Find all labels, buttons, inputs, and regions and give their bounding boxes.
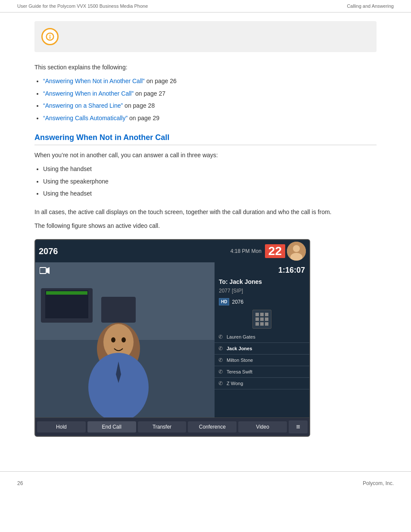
keypad-dot [265, 322, 268, 326]
transfer-button[interactable]: Transfer [138, 421, 187, 432]
status-bar-right: 4:18 PM Mon 22 [230, 242, 306, 261]
video-panel [35, 262, 215, 417]
link-2[interactable]: “Answering When in Another Call” [43, 90, 134, 97]
svg-point-16 [111, 337, 115, 342]
note-box [34, 21, 377, 52]
end-call-button[interactable]: End Call [87, 421, 136, 432]
day-label: Mon [252, 248, 262, 254]
directory-item[interactable]: ✆Jack Jones [215, 343, 309, 355]
video-scene [35, 262, 215, 417]
phone-icon: ✆ [217, 357, 224, 363]
call-number: 2077 [SIP] [215, 287, 309, 296]
hd-area: HD 2076 [215, 296, 309, 307]
list-item: Using the handset [43, 164, 377, 174]
list-item-link-2: “Answering When in Another Call” on page… [43, 89, 377, 98]
header-right: Calling and Answering [347, 3, 394, 9]
keypad-dot [260, 322, 264, 326]
page-number: 26 [17, 480, 23, 486]
video-background [35, 262, 215, 417]
phone-icon: ✆ [217, 345, 224, 352]
call-area: 1:16:07 To: Jack Jones 2077 [SIP] HD 207… [35, 262, 309, 417]
header-left: User Guide for the Polycom VVX 1500 Busi… [17, 3, 148, 9]
directory-name: Lauren Gates [227, 334, 255, 339]
keypad-dot [260, 317, 264, 321]
directory-list: ✆Lauren Gates✆Jack Jones✆Milton Stone✆Te… [215, 331, 309, 417]
date-number: 22 [265, 244, 285, 258]
call-timer: 1:16:07 [215, 262, 309, 277]
status-bar: 2076 4:18 PM Mon 22 [35, 240, 309, 262]
svg-rect-18 [40, 268, 46, 274]
directory-item[interactable]: ✆Milton Stone [215, 355, 309, 366]
phone-figure: 2076 4:18 PM Mon 22 [34, 239, 310, 437]
answer-methods-list: Using the handset Using the speakerphone… [43, 164, 377, 198]
video-button[interactable]: Video [238, 421, 287, 432]
hd-icon: HD [219, 298, 229, 305]
section-para3: The following figure shows an active vid… [34, 221, 377, 230]
call-to: To: Jack Jones [215, 277, 309, 287]
video-camera-icon [40, 267, 50, 277]
keypad-dot [260, 313, 264, 316]
info-icon [46, 32, 54, 41]
phone-icon: ✆ [217, 369, 224, 375]
keypad-dot [255, 313, 259, 316]
directory-name: Jack Jones [227, 346, 252, 351]
directory-name: Milton Stone [227, 358, 253, 363]
svg-point-4 [293, 245, 300, 252]
link-3[interactable]: “Answering on a Shared Line” [43, 102, 123, 109]
directory-name: Z Wong [227, 381, 243, 386]
link-1[interactable]: “Answering When Not in Another Call” [43, 78, 145, 84]
avatar-small [287, 242, 306, 261]
info-panel: 1:16:07 To: Jack Jones 2077 [SIP] HD 207… [215, 262, 309, 417]
camera-icon [40, 267, 50, 274]
conference-button[interactable]: Conference [188, 421, 237, 432]
keypad-dot [265, 313, 268, 316]
note-icon [41, 28, 59, 45]
keypad-dot [265, 317, 268, 321]
main-ext: 2076 [39, 246, 58, 256]
status-time: 4:18 PM [230, 248, 250, 254]
list-item-link-1: “Answering When Not in Another Call” on … [43, 76, 377, 86]
hold-button[interactable]: Hold [37, 421, 86, 432]
phone-icon: ✆ [217, 334, 224, 340]
section-para1: When you’re not in another call, you can… [34, 150, 377, 160]
keypad-area [215, 307, 309, 331]
list-item: Using the headset [43, 189, 377, 198]
svg-rect-11 [46, 291, 87, 295]
svg-marker-19 [46, 267, 50, 274]
keypad-dot [255, 322, 259, 326]
svg-rect-10 [101, 297, 136, 323]
list-item: Using the speakerphone [43, 177, 377, 186]
intro-text: This section explains the following: [34, 62, 377, 72]
page-header: User Guide for the Polycom VVX 1500 Busi… [0, 0, 411, 12]
intro-links-list: “Answering When Not in Another Call” on … [43, 76, 377, 123]
list-item-link-4: “Answering Calls Automatically” on page … [43, 113, 377, 123]
ext-label: 2076 [232, 299, 243, 305]
note-text-area [64, 28, 370, 41]
section-para2: In all cases, the active call displays o… [34, 207, 377, 217]
main-content: This section explains the following: “An… [0, 12, 411, 454]
status-bar-left: 2076 [39, 246, 58, 256]
directory-item[interactable]: ✆Z Wong [215, 378, 309, 389]
directory-item[interactable]: ✆Lauren Gates [215, 331, 309, 343]
directory-item[interactable]: ✆Teresa Swift [215, 366, 309, 378]
list-item-link-3: “Answering on a Shared Line” on page 28 [43, 101, 377, 110]
company-name: Polycom, Inc. [363, 480, 394, 486]
svg-point-17 [121, 337, 126, 342]
keypad-grid [252, 310, 271, 329]
menu-button[interactable]: ≡ [289, 420, 308, 433]
section-heading: Answering When Not in Another Call [34, 133, 377, 145]
page-footer: 26 Polycom, Inc. [0, 471, 411, 495]
keypad-dot [255, 317, 259, 321]
contact-avatar [287, 242, 306, 261]
phone-icon: ✆ [217, 380, 224, 386]
directory-name: Teresa Swift [227, 369, 252, 374]
bottom-toolbar: Hold End Call Transfer Conference Video … [35, 417, 309, 436]
link-4[interactable]: “Answering Calls Automatically” [43, 115, 128, 121]
